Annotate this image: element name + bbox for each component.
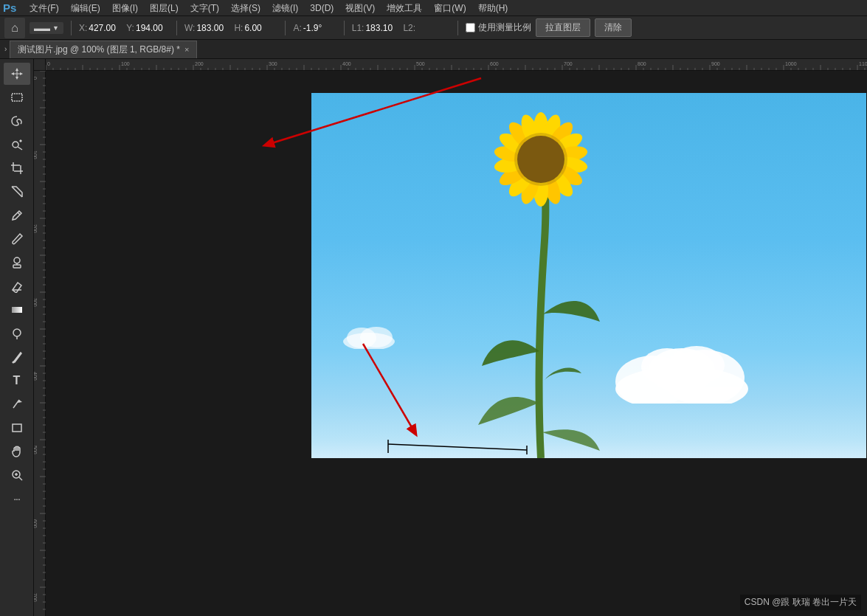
clear-button[interactable]: 清除 — [595, 18, 632, 37]
move-tool[interactable] — [4, 63, 30, 85]
x-coord: X: 427.00 — [79, 23, 122, 33]
tab-bar: › 测试图片.jpg @ 100% (图层 1, RGB/8#) * × — [0, 40, 867, 59]
eyedropper-tool[interactable] — [4, 204, 30, 226]
svg-text:700: 700 — [34, 593, 38, 602]
marquee-tool[interactable] — [4, 86, 30, 108]
options-bar: ⌂ ▬▬ ▼ X: 427.00 Y: 194.00 W: 183.00 H: … — [0, 16, 867, 40]
left-toolbar: T ··· — [0, 59, 34, 616]
image-sky — [311, 93, 866, 458]
photo-canvas — [311, 93, 866, 458]
top-ruler: 0100200300400500600700800900100011001200 — [46, 59, 867, 71]
svg-text:100: 100 — [121, 61, 130, 66]
svg-point-292 — [517, 136, 564, 183]
svg-point-256 — [360, 327, 393, 347]
menu-edit[interactable]: 编辑(E) — [65, 0, 106, 16]
canvas-inner[interactable]: CSDN @跟 耿瑞 卷出一片天 — [46, 71, 867, 616]
document-tab[interactable]: 测试图片.jpg @ 100% (图层 1, RGB/8#) * × — [10, 41, 197, 58]
svg-point-17 — [12, 361, 14, 364]
menu-select[interactable]: 选择(S) — [225, 0, 266, 16]
l1-value: L1: 183.10 — [352, 23, 399, 33]
crop-tool[interactable] — [4, 157, 30, 179]
svg-text:600: 600 — [34, 519, 38, 528]
h-value: H: 6.00 — [234, 23, 277, 33]
eraser-tool[interactable] — [4, 275, 30, 297]
tab-close-button[interactable]: × — [184, 45, 189, 54]
lasso-tool[interactable] — [4, 110, 30, 132]
svg-line-8 — [12, 187, 22, 197]
canvas-area[interactable]: 0100200300400500600700800900100011001200… — [34, 59, 867, 616]
menu-file[interactable]: 文件(F) — [24, 0, 64, 16]
left-ruler: 0100200300400500600700800 — [34, 71, 46, 616]
ruler-dropdown-icon: ▼ — [52, 24, 59, 32]
doc-title: 测试图片.jpg @ 100% (图层 1, RGB/8#) * — [18, 44, 180, 56]
ruler-corner — [34, 59, 46, 71]
pen-tool[interactable] — [4, 346, 30, 368]
more-tools[interactable]: ··· — [4, 488, 30, 510]
menu-3d[interactable]: 3D(D) — [304, 0, 339, 16]
svg-text:500: 500 — [34, 446, 38, 454]
svg-text:500: 500 — [416, 61, 425, 66]
angle-value: A: -1.9° — [293, 23, 336, 33]
menu-view[interactable]: 视图(V) — [339, 0, 381, 16]
svg-text:300: 300 — [34, 298, 38, 307]
menu-image[interactable]: 图像(I) — [106, 0, 144, 16]
slice-tool[interactable] — [4, 181, 30, 203]
stamp-tool[interactable] — [4, 252, 30, 274]
home-button[interactable]: ⌂ — [4, 18, 25, 38]
svg-text:200: 200 — [34, 224, 38, 233]
svg-text:1100: 1100 — [859, 61, 867, 66]
svg-text:1000: 1000 — [785, 61, 797, 66]
use-measurement-ratio[interactable]: 使用测量比例 — [466, 21, 531, 34]
main-layout: T ··· 0100200300400500600700800900100011… — [0, 59, 867, 616]
l2-value: L2: — [403, 23, 450, 33]
brush-tool[interactable] — [4, 228, 30, 250]
svg-text:200: 200 — [195, 61, 204, 66]
ps-logo: Ps — [3, 1, 16, 14]
cloud-small — [339, 327, 398, 349]
zoom-tool[interactable] — [4, 464, 30, 486]
ruler-left-ticks: 0100200300400500600700800 — [34, 71, 46, 616]
menu-window[interactable]: 窗口(W) — [428, 0, 472, 16]
menu-layer[interactable]: 图层(L) — [144, 0, 184, 16]
svg-rect-1 — [12, 94, 22, 101]
quick-select-tool[interactable] — [4, 134, 30, 156]
w-value: W: 183.00 — [184, 23, 229, 33]
svg-point-2 — [13, 142, 18, 148]
svg-rect-11 — [13, 265, 21, 268]
svg-text:300: 300 — [269, 61, 277, 66]
svg-text:900: 900 — [711, 61, 720, 66]
ruler-top-ticks: 0100200300400500600700800900100011001200 — [46, 59, 867, 71]
path-select-tool[interactable] — [4, 393, 30, 415]
gradient-tool[interactable] — [4, 299, 30, 321]
menu-text[interactable]: 文字(T) — [184, 0, 225, 16]
svg-text:400: 400 — [342, 61, 351, 66]
text-tool[interactable]: T — [4, 370, 30, 392]
measurement-checkbox[interactable] — [466, 23, 475, 32]
svg-line-3 — [18, 147, 22, 150]
svg-line-9 — [18, 212, 20, 215]
cloud-main — [608, 345, 756, 404]
svg-line-21 — [19, 477, 22, 480]
shape-tool[interactable] — [4, 417, 30, 439]
menu-filter[interactable]: 滤镜(I) — [266, 0, 304, 16]
svg-text:600: 600 — [490, 61, 499, 66]
svg-point-253 — [669, 346, 725, 384]
svg-rect-14 — [12, 307, 22, 313]
svg-marker-0 — [11, 68, 23, 80]
svg-text:100: 100 — [34, 150, 38, 159]
hand-tool[interactable] — [4, 440, 30, 463]
menu-help[interactable]: 帮助(H) — [472, 0, 514, 16]
svg-text:0: 0 — [47, 61, 50, 66]
straighten-layer-button[interactable]: 拉直图层 — [536, 18, 590, 37]
menu-plugins[interactable]: 增效工具 — [381, 0, 428, 16]
menubar: Ps 文件(F) 编辑(E) 图像(I) 图层(L) 文字(T) 选择(S) 滤… — [0, 0, 867, 16]
svg-text:0: 0 — [34, 77, 38, 80]
watermark: CSDN @跟 耿瑞 卷出一片天 — [740, 595, 861, 610]
svg-text:800: 800 — [638, 61, 646, 66]
expand-icon: › — [4, 45, 7, 53]
dodge-burn-tool[interactable] — [4, 322, 30, 345]
svg-point-15 — [13, 329, 21, 336]
ruler-icon: ▬▬ — [34, 24, 50, 32]
ruler-tool-selector[interactable]: ▬▬ ▼ — [30, 22, 63, 34]
svg-rect-19 — [13, 424, 21, 432]
